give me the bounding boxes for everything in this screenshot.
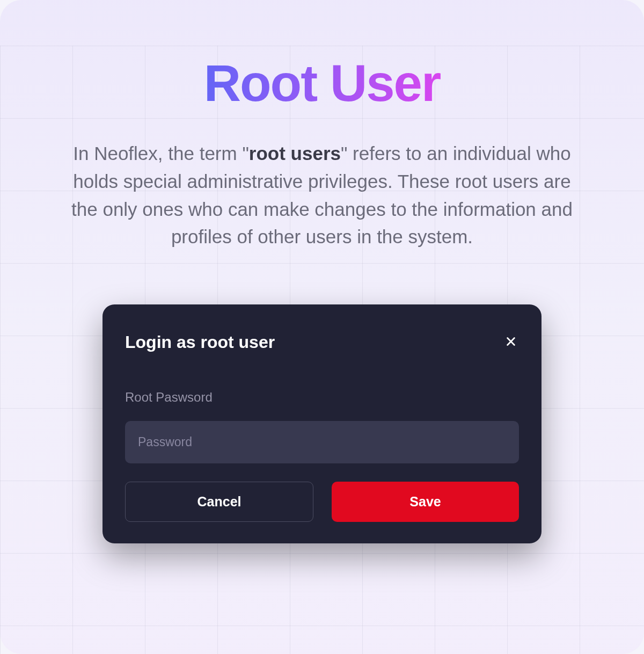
login-modal: Login as root user Root Paswsord Cancel [103,304,541,543]
modal-header: Login as root user [125,332,519,352]
password-input[interactable] [125,421,519,463]
description-prefix: In Neoflex, the term " [73,143,249,164]
content-area: Root User In Neoflex, the term "root use… [0,54,644,543]
password-label: Root Paswsord [125,390,519,405]
button-row: Cancel Save [125,482,519,522]
save-button[interactable]: Save [332,482,519,522]
page-description: In Neoflex, the term "root users" refers… [64,140,580,251]
cancel-button[interactable]: Cancel [125,482,313,522]
page-title: Root User [21,54,623,113]
close-icon [505,336,517,349]
modal-title: Login as root user [125,332,275,352]
page-container: Root User In Neoflex, the term "root use… [0,0,644,654]
close-button[interactable] [503,333,519,351]
description-bold: root users [249,143,341,164]
